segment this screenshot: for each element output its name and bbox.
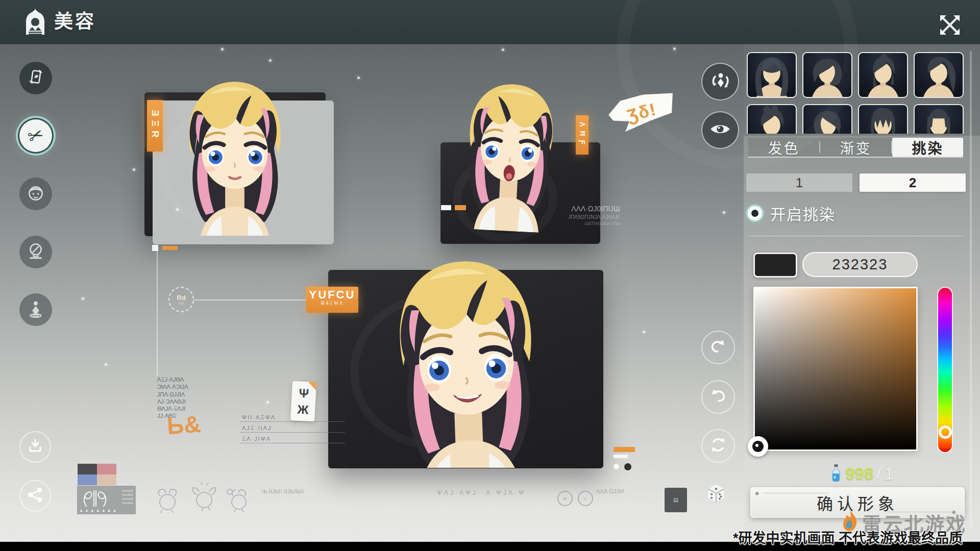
highlight-toggle[interactable]: 开启挑染: [748, 204, 836, 222]
palette-swatch-2: [97, 464, 116, 474]
palette-swatch-3: [78, 474, 97, 485]
strip-circle-icon: ○: [578, 491, 593, 506]
decor-badge: Rd 001: [168, 287, 194, 312]
leader-line: [157, 251, 158, 376]
front-view-tag-text: ƎΞR: [150, 110, 161, 142]
beauty-app-icon: [24, 8, 46, 36]
body-icon: [26, 299, 45, 320]
sidebar-item-body[interactable]: [19, 293, 52, 326]
currency-separator: /: [876, 464, 881, 484]
style-code-sub: R4ΞΨΛ: [306, 300, 358, 306]
decor-badge-text: Rd: [177, 294, 185, 302]
reset-icon: [709, 436, 727, 456]
currency-cost: 1: [884, 464, 893, 484]
portrait-panel-side: [440, 142, 600, 244]
radio-selected-icon: [748, 206, 762, 220]
sidebar-item-makeup[interactable]: [19, 236, 52, 268]
palette-swatch-4: [97, 474, 116, 485]
decor-card: ΨЖ: [290, 381, 316, 421]
style-code-title: YUFCU: [306, 289, 358, 300]
portrait-panel-main: [328, 270, 603, 468]
reset-button[interactable]: [701, 429, 735, 463]
saturation-value-picker[interactable]: [753, 287, 918, 451]
hairstyle-thumbnail-side-ponytail[interactable]: [914, 52, 964, 98]
portrait-panel-front: [144, 92, 326, 236]
sparkle-dot: [269, 59, 272, 62]
highlight-slot-tab-2[interactable]: 2: [860, 173, 966, 192]
download-icon: [26, 437, 44, 457]
hex-color-input[interactable]: 232323: [802, 252, 918, 277]
sparkle-dot: [221, 48, 224, 51]
currency-amount: 998: [845, 464, 873, 484]
currency-row: 998 / 1: [744, 464, 980, 484]
sparkle-dot: [82, 297, 84, 300]
style-code-tag: YUFCU R4ΞΨΛ: [306, 287, 358, 313]
color-tab-3[interactable]: 挑染: [892, 138, 963, 157]
sidebar-item-face[interactable]: [19, 178, 52, 210]
sparkle-dot: [266, 401, 269, 404]
highlight-slot-tab-1[interactable]: 1: [746, 173, 852, 192]
top-bar: 美容: [0, 0, 980, 44]
stamp-text: ΙΙΛЈΞΙΙΛΙΙΛЈΞΙΙΛΙΙΛЈΞΙΙΛΙΙΛЈΞΙΙΛ: [122, 489, 133, 505]
redo-button[interactable]: [701, 331, 735, 364]
color-tab-2[interactable]: 渐变: [820, 138, 891, 157]
undo-button[interactable]: [701, 380, 735, 414]
front-view-tag: ƎΞR: [147, 100, 163, 152]
share-icon: [27, 486, 44, 506]
sparkle-dot: [105, 363, 107, 366]
face-icon: [26, 183, 45, 205]
dice-icon: [705, 483, 727, 506]
mirror-icon: [26, 241, 45, 263]
side-view-tag-text: ΛĦƑ: [578, 122, 586, 148]
creature-doodle: [225, 485, 253, 515]
sparkle-dot: [357, 77, 360, 79]
progress-marks: [441, 203, 466, 212]
decor-badge-sub: 001: [178, 302, 184, 305]
strip-dark-box-glyph: Ш: [673, 497, 678, 503]
decor-accent-glyph: Ь&: [166, 410, 202, 440]
dev-build-disclaimer: *研发中实机画面 不代表游戏最终品质: [733, 527, 963, 547]
hue-slider[interactable]: [938, 288, 952, 452]
leader-line: [194, 299, 307, 300]
sparkle-dot: [502, 48, 504, 51]
sv-picker-handle[interactable]: [748, 436, 768, 457]
highlight-toggle-label: 开启挑染: [770, 202, 836, 224]
current-color-swatch[interactable]: [753, 253, 797, 278]
dye-potion-icon: [830, 464, 842, 484]
beauty-customization-screen: 美容 ✂: [0, 0, 980, 551]
strip-text-1: ≀Ь·ΙΙЈЬΙ≀·ΙΙЈЬΙΙЬΙ≀: [261, 488, 304, 495]
palette-swatch-1: [78, 464, 97, 474]
creature-doodle: [188, 482, 218, 514]
strip-plus-icon: +: [557, 491, 573, 506]
download-button[interactable]: [19, 431, 51, 463]
hairstyle-thumbnail-bun-bangs[interactable]: [858, 52, 908, 98]
creature-doodle: [152, 485, 182, 515]
sparkle-dot: [176, 208, 179, 211]
sparkle-dot: [643, 331, 645, 333]
page-title: 美容: [54, 0, 96, 44]
strip-dark-box: Ш: [665, 488, 687, 512]
panel-ornament: [350, 294, 518, 449]
sidebar-item-character-card[interactable]: [19, 62, 52, 94]
stamp-border: ▲▲▲▲▲▲▲: [79, 508, 118, 513]
randomize-button[interactable]: [701, 480, 731, 509]
redo-icon: [709, 337, 727, 358]
strip-text-3: ΛΛΛ·ΩЈЈΙΛ: [596, 488, 624, 495]
share-button[interactable]: [19, 480, 51, 512]
corner-ornament: ◆: [755, 490, 763, 496]
divider: [748, 236, 963, 236]
hue-slider-handle[interactable]: [939, 425, 952, 439]
sparkle-dot: [723, 211, 725, 214]
undo-icon: [709, 387, 727, 407]
fullscreen-icon[interactable]: [937, 12, 963, 38]
card-swap-icon: [26, 67, 46, 89]
panel-scrollbar[interactable]: [970, 51, 972, 531]
panel-ornament: [453, 155, 557, 242]
progress-marks: [614, 447, 635, 471]
strip-text-2: ΨΛЈ·ΛΨЈ··Λ·ΨЈΛ·Ψ: [437, 489, 526, 497]
side-view-tag: ΛĦƑ: [576, 115, 589, 155]
hairstyle-thumbnail-straight-bangs[interactable]: [858, 104, 908, 134]
sidebar-item-hairstyle[interactable]: ✂: [19, 119, 52, 152]
hairstyle-thumbnail-blunt-bangs[interactable]: [914, 104, 964, 134]
decor-stamp: ΙΙΛЈΞΙΙΛΙΙΛЈΞΙΙΛΙΙΛЈΞΙΙΛΙΙΛЈΞΙΙΛ ▲▲▲▲▲▲▲: [77, 486, 136, 514]
